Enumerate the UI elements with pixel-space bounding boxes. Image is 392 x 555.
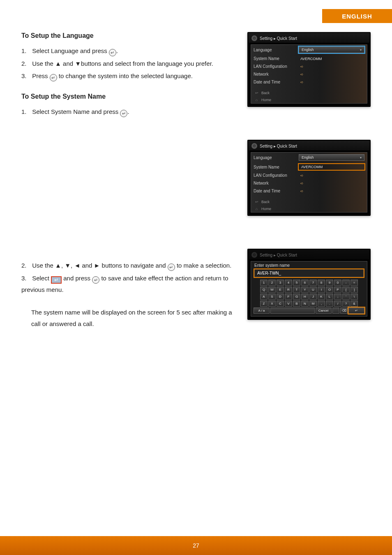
enter-icon: ↵ [168,264,175,271]
key[interactable]: S [268,294,276,300]
breadcrumb: ⚙ Setting ▸ Quick Start [248,33,370,43]
row-label-lan: LAN Configuration [254,173,299,178]
language-select[interactable]: English ▾ [299,46,364,53]
key[interactable]: N [301,301,309,307]
language-select[interactable]: English ▾ [299,154,364,161]
nav-back-label: Back [261,200,270,204]
key[interactable]: 8 [318,280,325,286]
screenshot-keyboard: ⚙ Setting ▸ Quick Start Enter system nam… [247,249,371,320]
key[interactable]: V [285,301,292,307]
key[interactable]: 2 [268,280,276,286]
key[interactable]: P [334,287,341,293]
nav-back[interactable]: ↩ Back [251,89,367,96]
arrow-right-icon: ➪ [299,181,364,185]
key[interactable] [332,308,340,314]
back-icon: ↩ [254,199,259,204]
breadcrumb-text: Setting ▸ Quick Start [260,144,297,148]
key[interactable]: , [318,301,325,307]
key[interactable]: F [285,294,292,300]
key[interactable]: 0 [334,280,341,286]
key[interactable]: [ [342,287,350,293]
nav-home[interactable]: ⌂ Home [251,205,367,212]
key[interactable]: = [350,280,358,286]
list-setup-language: 1. Select Language and press ↵.2. Use th… [21,45,235,82]
screenshot-quick-start-system-name: ⚙ Setting ▸ Quick Start Language English… [247,140,371,216]
key[interactable]: ? [342,301,350,307]
key[interactable]: O [326,287,333,293]
key[interactable]: H [301,294,309,300]
language-select-value: English [302,48,314,52]
home-icon: ⌂ [254,206,259,211]
key-backspace[interactable]: ⌫ [340,308,348,314]
system-name-value: AVERCOMM [299,57,364,61]
arrow-right-icon: ➪ [299,173,364,178]
list-item: 3. Select ↵ and press ↵ to save and take… [21,273,235,296]
key[interactable]: ] [350,287,358,293]
right-column: ⚙ Setting ▸ Quick Start Language English… [247,32,371,320]
nav-back[interactable]: ↩ Back [251,198,367,205]
key[interactable]: ' [342,294,350,300]
key[interactable]: . [326,301,333,307]
key[interactable]: T [293,287,300,293]
nav-back-label: Back [261,91,270,95]
key[interactable]: 5 [293,280,300,286]
key[interactable]: / [334,301,341,307]
chevron-down-icon: ▾ [360,48,362,52]
key[interactable]: J [309,294,317,300]
key-space[interactable] [270,308,314,314]
key[interactable]: E [277,287,284,293]
enter-icon: ↵ [50,74,57,81]
key[interactable]: ; [334,294,341,300]
key[interactable]: - [342,280,350,286]
system-name-value[interactable]: AVERCOMM [299,164,364,170]
language-select-value: English [302,155,314,160]
key[interactable]: W [268,287,276,293]
key[interactable]: C [277,301,284,307]
list-item: 3. Press ↵ to change the system into the… [21,70,235,82]
keyboard-title: Enter system name [251,261,367,268]
key[interactable]: 9 [326,280,333,286]
row-label-language: Language [254,48,299,52]
key[interactable]: I [318,287,325,293]
key[interactable]: 3 [277,280,284,286]
key[interactable]: R [285,287,292,293]
key[interactable]: 1 [260,280,267,286]
key[interactable]: U [309,287,317,293]
gear-icon: ⚙ [251,35,257,41]
key-enter[interactable]: ↵ [348,308,364,314]
key-cancel[interactable]: Cancel [316,308,332,314]
onscreen-keyboard: 1234567890-=QWERTYUIOP[]ASDFGHJKL;'\ZXCV… [254,280,364,314]
key[interactable]: Y [301,287,309,293]
list-item: 2. Use the ▲ and ▼buttons and select fro… [21,58,235,70]
key[interactable]: 6 [301,280,309,286]
key[interactable]: X [268,301,276,307]
key[interactable]: G [293,294,300,300]
breadcrumb: ⚙ Setting ▸ Quick Start [248,250,370,259]
row-label-language: Language [254,155,299,160]
key[interactable]: A [260,294,267,300]
enter-icon: ↵ [109,49,116,56]
key[interactable]: Z [260,301,267,307]
key[interactable]: Q [260,287,267,293]
arrow-right-icon: ➪ [299,65,364,69]
list-lower: 2. Use the ▲, ▼, ◄ and ► buttons to navi… [21,260,235,296]
key[interactable]: \ [350,294,358,300]
row-label-network: Network [254,72,299,76]
key[interactable]: B [293,301,300,307]
nav-home[interactable]: ⌂ Home [251,96,367,103]
key[interactable]: 4 [285,280,292,286]
key[interactable]: 7 [309,280,317,286]
system-name-input[interactable]: AVER-TWN_ [254,269,364,277]
key-mode-toggle[interactable]: A / a [254,308,270,314]
page-footer: 27 [0,536,392,555]
nav-home-label: Home [261,98,271,102]
heading-setup-system-name: To Setup the System Name [21,93,235,100]
key[interactable]: & [350,301,358,307]
chevron-down-icon: ▾ [360,156,362,160]
key[interactable]: M [309,301,317,307]
key[interactable]: L [326,294,333,300]
key[interactable]: K [318,294,325,300]
screenshot-quick-start-language: ⚙ Setting ▸ Quick Start Language English… [247,32,371,107]
key[interactable]: D [277,294,284,300]
heading-setup-language: To Setup the Language [21,32,235,39]
